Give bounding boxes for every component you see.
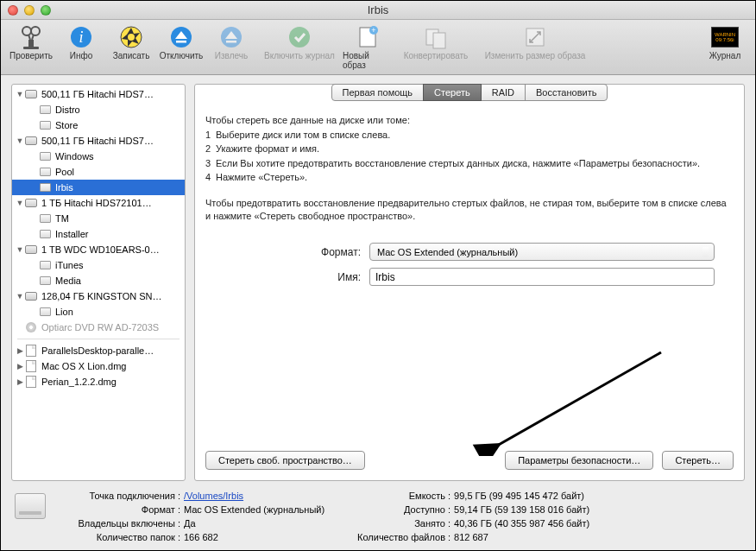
- sidebar-volume[interactable]: Store: [12, 117, 185, 133]
- sidebar-volume[interactable]: Media: [12, 273, 185, 288]
- disclosure-triangle-icon[interactable]: ▼: [16, 199, 24, 207]
- svg-point-3: [31, 27, 40, 35]
- used-value: 40,36 ГБ (40 355 987 456 байт): [454, 517, 589, 531]
- toolbar-unmount[interactable]: Отключить: [156, 23, 206, 70]
- optical-drive-icon: [24, 321, 38, 333]
- tab-bar: Первая помощьСтеретьRAIDВосстановить: [205, 84, 734, 101]
- name-label: Имя:: [205, 271, 369, 283]
- sidebar-label: Store: [55, 120, 78, 130]
- tab-restore[interactable]: Восстановить: [525, 84, 608, 101]
- folders-label: Количество папок :: [56, 531, 184, 545]
- security-options-button[interactable]: Параметры безопасности…: [505, 451, 653, 470]
- sidebar-volume[interactable]: Irbis: [12, 180, 185, 195]
- resize-image-icon: [521, 23, 549, 51]
- svg-rect-13: [226, 41, 236, 43]
- sidebar-disk[interactable]: ▼500,11 ГБ Hitachi HDS7…: [12, 133, 185, 149]
- format-select[interactable]: Mac OS Extended (журнальный) ▲▼: [369, 243, 715, 261]
- svg-text:i: i: [79, 28, 83, 46]
- sidebar-disk[interactable]: ▼1 ТБ Hitachi HDS72101…: [12, 195, 185, 211]
- sidebar-label: Distro: [55, 104, 80, 115]
- erase-button[interactable]: Стереть…: [662, 451, 734, 470]
- volume-icon: [38, 228, 52, 240]
- sidebar-label: Mac OS X Lion.dmg: [41, 361, 126, 371]
- toolbar-info[interactable]: iИнфо: [56, 23, 106, 70]
- instructions: Чтобы стереть все данные на диске или то…: [205, 113, 734, 185]
- svg-point-2: [22, 27, 31, 35]
- disclosure-triangle-icon[interactable]: ▼: [16, 90, 24, 98]
- toolbar-verify[interactable]: Проверить: [6, 23, 56, 70]
- toolbar-resize-image: Изменить размер образа: [479, 23, 591, 70]
- window-title: Irbis: [368, 3, 389, 16]
- tab-raid[interactable]: RAID: [481, 84, 526, 101]
- sidebar-volume[interactable]: Windows: [12, 149, 185, 164]
- zoom-window-button[interactable]: [41, 5, 51, 16]
- sidebar-volume[interactable]: Installer: [12, 226, 185, 242]
- sidebar-label: Windows: [55, 151, 94, 162]
- disclosure-triangle-icon[interactable]: ▶: [16, 346, 24, 355]
- owners-value: Да: [184, 517, 196, 531]
- sidebar-label: Irbis: [55, 182, 73, 193]
- tab-erase[interactable]: Стереть: [423, 84, 482, 101]
- toolbar-burn[interactable]: Записать: [106, 23, 156, 70]
- tab-firstaid[interactable]: Первая помощь: [331, 84, 425, 101]
- volume-icon: [38, 212, 52, 225]
- button-row: Стереть своб. пространство… Параметры бе…: [205, 451, 734, 470]
- sidebar-disk-image[interactable]: ▶ParallelsDesktop-paralle…: [12, 343, 185, 358]
- files-value: 812 687: [454, 531, 488, 545]
- sidebar-disk[interactable]: ▼1 TB WDC WD10EARS-0…: [12, 242, 185, 257]
- volume-icon: [38, 166, 52, 178]
- sidebar-label: 128,04 ГБ KINGSTON SN…: [41, 291, 162, 301]
- sidebar-label: 1 TB WDC WD10EARS-0…: [41, 244, 160, 255]
- instruction-step: 2Укажите формат и имя.: [205, 142, 734, 156]
- mount-point-link[interactable]: /Volumes/Irbis: [184, 491, 243, 501]
- erase-free-space-button[interactable]: Стереть своб. пространство…: [205, 451, 365, 470]
- sidebar-label: ParallelsDesktop-paralle…: [41, 345, 154, 356]
- sidebar-disk[interactable]: ▼500,11 ГБ Hitachi HDS7…: [12, 86, 185, 102]
- sidebar-disk[interactable]: ▼128,04 ГБ KINGSTON SN…: [12, 288, 185, 304]
- sidebar-volume[interactable]: Distro: [12, 102, 185, 117]
- sidebar-label: 1 ТБ Hitachi HDS72101…: [41, 198, 152, 208]
- sidebar-label: Perian_1.2.2.dmg: [41, 377, 117, 387]
- volume-icon: [38, 150, 52, 162]
- hdd-icon: [24, 290, 38, 302]
- svg-line-4: [28, 35, 30, 40]
- sidebar-label: iTunes: [55, 260, 84, 270]
- disclosure-triangle-icon[interactable]: ▼: [16, 245, 24, 254]
- volume-icon: [38, 104, 52, 116]
- device-sidebar[interactable]: ▼500,11 ГБ Hitachi HDS7…DistroStore▼500,…: [11, 84, 186, 481]
- sidebar-volume[interactable]: Lion: [12, 304, 185, 320]
- capacity-label: Емкость :: [342, 490, 454, 504]
- svg-rect-1: [23, 47, 39, 49]
- toolbar-label: Отключить: [160, 51, 204, 60]
- traffic-lights: [8, 5, 51, 16]
- sidebar-disk[interactable]: Optiarc DVD RW AD-7203S: [12, 320, 185, 335]
- dmg-icon: [24, 345, 38, 357]
- toolbar-new-image[interactable]: +Новый образ: [343, 23, 393, 70]
- disclosure-triangle-icon[interactable]: ▼: [16, 292, 24, 301]
- toolbar-label: Журнал: [709, 51, 741, 60]
- svg-rect-11: [176, 41, 186, 43]
- hdd-icon: [24, 135, 38, 147]
- toolbar-label: Проверить: [9, 51, 53, 60]
- sidebar-volume[interactable]: TM: [12, 211, 185, 226]
- sidebar-label: Optiarc DVD RW AD-7203S: [41, 322, 159, 332]
- files-label: Количество файлов :: [342, 531, 454, 545]
- sidebar-volume[interactable]: iTunes: [12, 257, 185, 273]
- sidebar-volume[interactable]: Pool: [12, 164, 185, 180]
- mount-point-label: Точка подключения :: [56, 490, 184, 504]
- available-label: Доступно :: [342, 504, 454, 517]
- name-input[interactable]: [369, 268, 715, 286]
- disclosure-triangle-icon[interactable]: ▶: [16, 377, 24, 386]
- dmg-icon: [24, 360, 38, 372]
- sidebar-disk-image[interactable]: ▶Perian_1.2.2.dmg: [12, 374, 185, 390]
- sidebar-label: Pool: [55, 167, 74, 177]
- close-window-button[interactable]: [8, 5, 18, 16]
- svg-text:+: +: [371, 26, 375, 35]
- main-panel: Первая помощьСтеретьRAIDВосстановить Что…: [194, 84, 745, 481]
- sidebar-disk-image[interactable]: ▶Mac OS X Lion.dmg: [12, 358, 185, 374]
- disclosure-triangle-icon[interactable]: ▼: [16, 136, 24, 145]
- toolbar-log[interactable]: WARNIN09:7:56i Журнал: [700, 23, 750, 60]
- minimize-window-button[interactable]: [24, 5, 35, 16]
- hdd-icon: [24, 244, 38, 256]
- disclosure-triangle-icon[interactable]: ▶: [16, 362, 24, 370]
